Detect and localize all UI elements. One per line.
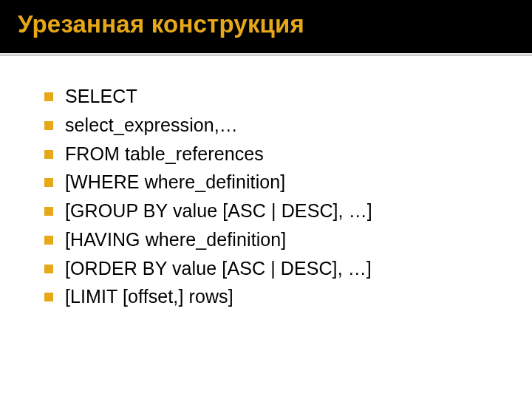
content-area: SELECT select_expression,… FROM table_re… [0,55,532,311]
slide-title: Урезанная конструкция [18,10,514,38]
list-item: SELECT [44,82,502,111]
title-bar: Урезанная конструкция [0,0,532,53]
list-item: [ORDER BY value [ASC | DESC], …] [44,254,502,283]
list-item: [LIMIT [offset,] rows] [44,282,502,311]
slide: Урезанная конструкция SELECT select_expr… [0,0,532,399]
list-item: [WHERE where_definition] [44,168,502,197]
list-item: select_expression,… [44,111,502,140]
list-item: [GROUP BY value [ASC | DESC], …] [44,197,502,225]
list-item: [HAVING where_definition] [44,225,502,254]
list-item: FROM table_references [44,140,502,168]
bullet-list: SELECT select_expression,… FROM table_re… [44,82,502,311]
